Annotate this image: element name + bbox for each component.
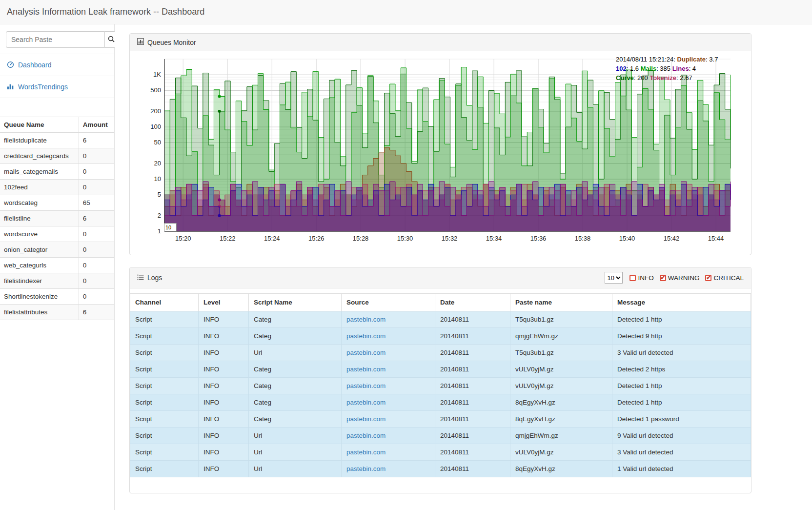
queue-cell: 0 (79, 226, 114, 242)
log-cell: Categ (249, 411, 342, 428)
queue-row: filelistattributes6 (0, 305, 114, 320)
queues-monitor-panel: Queues Monitor 1K50020010050201052115:20… (129, 33, 751, 255)
queue-row: Shortlinestokenize0 (0, 289, 114, 305)
log-cell: 20140811 (435, 394, 510, 411)
log-cell: pastebin.com (342, 345, 435, 361)
queue-cell: 0 (79, 180, 114, 195)
queues-panel-heading: Queues Monitor (130, 34, 751, 51)
page-size-select[interactable]: 10 (605, 272, 623, 284)
paste-source-link[interactable]: pastebin.com (346, 366, 386, 373)
logs-column-header: Script Name (249, 294, 342, 311)
queue-row: creditcard_categcards0 (0, 148, 114, 164)
paste-source-link[interactable]: pastebin.com (346, 399, 386, 406)
legend-line: 102: 1.6 Mails: 385 Lines: 4 (616, 64, 718, 74)
queue-cell: filelistline (0, 211, 79, 226)
checkbox-warning-icon[interactable] (660, 275, 666, 281)
checkbox-critical-icon[interactable] (705, 275, 711, 281)
log-cell: Url (249, 461, 342, 477)
log-cell: 20140811 (435, 378, 510, 394)
log-cell: 9 Valid url detected (612, 428, 751, 444)
log-cell: 8qEgyXvH.gz (510, 461, 612, 477)
queue-row: onion_categtor0 (0, 242, 114, 258)
log-cell: Script (130, 411, 199, 428)
svg-text:15:28: 15:28 (353, 235, 369, 242)
paste-source-link[interactable]: pastebin.com (346, 432, 386, 439)
search-group (6, 31, 108, 48)
logs-table-container: ChannelLevelScript NameSourceDatePaste n… (130, 288, 751, 493)
queue-row: wordscateg65 (0, 195, 114, 211)
log-cell: pastebin.com (342, 378, 435, 394)
queue-table-body: filelistduplicate6creditcard_categcards0… (0, 133, 114, 320)
queue-cell: 6 (79, 305, 114, 320)
log-cell: qmjgEhWm.gz (510, 328, 612, 345)
queue-row: web_categurls0 (0, 258, 114, 273)
log-cell: 20140811 (435, 345, 510, 361)
log-row: ScriptINFOUrlpastebin.com20140811vULV0yj… (130, 444, 751, 461)
log-cell: Script (130, 461, 199, 477)
queue-name-header: Queue Name (0, 117, 79, 133)
legend-line: 2014/08/11 15:21:24: Duplicate: 3.7 (616, 55, 718, 64)
log-cell: INFO (199, 378, 249, 394)
roll-period-input[interactable] (164, 223, 177, 231)
log-cell: pastebin.com (342, 311, 435, 328)
log-row: ScriptINFOUrlpastebin.com20140811qmjgEhW… (130, 428, 751, 444)
paste-source-link[interactable]: pastebin.com (346, 465, 386, 472)
log-row: ScriptINFOCategpastebin.com20140811vULV0… (130, 361, 751, 378)
checkbox-info-icon[interactable] (629, 275, 636, 281)
sidebar-item-label: WordsTrendings (18, 83, 68, 91)
logs-column-header: Message (612, 294, 751, 311)
filter-warning[interactable]: WARNING (660, 274, 700, 282)
search-input[interactable] (6, 31, 104, 48)
paste-source-link[interactable]: pastebin.com (346, 415, 386, 423)
queue-cell: 6 (79, 211, 114, 226)
log-row: ScriptINFOUrlpastebin.com201408118qEgyXv… (130, 461, 751, 477)
sidebar-item-dashboard[interactable]: Dashboard (0, 54, 114, 76)
filter-info[interactable]: INFO (629, 274, 653, 282)
log-cell: 20140811 (435, 328, 510, 345)
log-cell: INFO (199, 311, 249, 328)
paste-source-link[interactable]: pastebin.com (346, 316, 386, 323)
paste-source-link[interactable]: pastebin.com (346, 349, 386, 356)
log-cell: Detected 1 http (612, 311, 751, 328)
svg-text:20: 20 (154, 160, 161, 167)
paste-source-link[interactable]: pastebin.com (346, 332, 386, 340)
log-filters: INFOWARNINGCRITICAL (629, 274, 744, 282)
page-title: Analysis Information Leak framework -- D… (7, 7, 204, 17)
log-cell: Url (249, 345, 342, 361)
logs-panel: Logs 10 INFOWARNINGCRITICAL ChannelLevel… (129, 267, 751, 493)
svg-text:1: 1 (158, 227, 161, 235)
log-cell: Script (130, 345, 199, 361)
dashboard-icon (7, 61, 14, 69)
queue-cell: web_categurls (0, 258, 79, 273)
filter-label: INFO (638, 274, 653, 282)
queue-cell: 0 (79, 242, 114, 258)
paste-source-link[interactable]: pastebin.com (346, 382, 386, 389)
log-cell: INFO (199, 444, 249, 461)
svg-text:50: 50 (154, 139, 161, 146)
sidebar-item-wordstrendings[interactable]: WordsTrendings (0, 76, 114, 98)
queues-chart[interactable]: 1K50020010050201052115:2015:2215:2415:26… (137, 56, 744, 249)
svg-text:15:26: 15:26 (308, 235, 325, 242)
sidebar: Dashboard WordsTrendings Queue Name Amou… (0, 24, 115, 510)
log-cell: Detected 1 password (612, 411, 751, 428)
svg-text:2: 2 (158, 212, 161, 219)
log-cell: Script (130, 361, 199, 378)
svg-text:15:40: 15:40 (619, 235, 635, 242)
log-row: ScriptINFOCategpastebin.com20140811vULV0… (130, 378, 751, 394)
log-cell: qmjgEhWm.gz (510, 428, 612, 444)
log-cell: Script (130, 311, 199, 328)
main-content: Queues Monitor 1K50020010050201052115:20… (115, 24, 812, 510)
queue-cell: 6 (79, 133, 114, 148)
svg-text:15:30: 15:30 (397, 235, 413, 242)
log-cell: Script (130, 444, 199, 461)
log-cell: vULV0yjM.gz (510, 378, 612, 394)
log-cell: Url (249, 428, 342, 444)
paste-source-link[interactable]: pastebin.com (346, 449, 386, 456)
queue-row: mails_categemails0 (0, 164, 114, 180)
filter-critical[interactable]: CRITICAL (705, 274, 744, 282)
log-row: ScriptINFOUrlpastebin.com20140811T5qu3ub… (130, 345, 751, 361)
chart-panel-icon (137, 38, 144, 46)
logs-table: ChannelLevelScript NameSourceDatePaste n… (130, 293, 751, 477)
svg-text:10: 10 (154, 175, 161, 183)
queue-row: filelistline6 (0, 211, 114, 226)
